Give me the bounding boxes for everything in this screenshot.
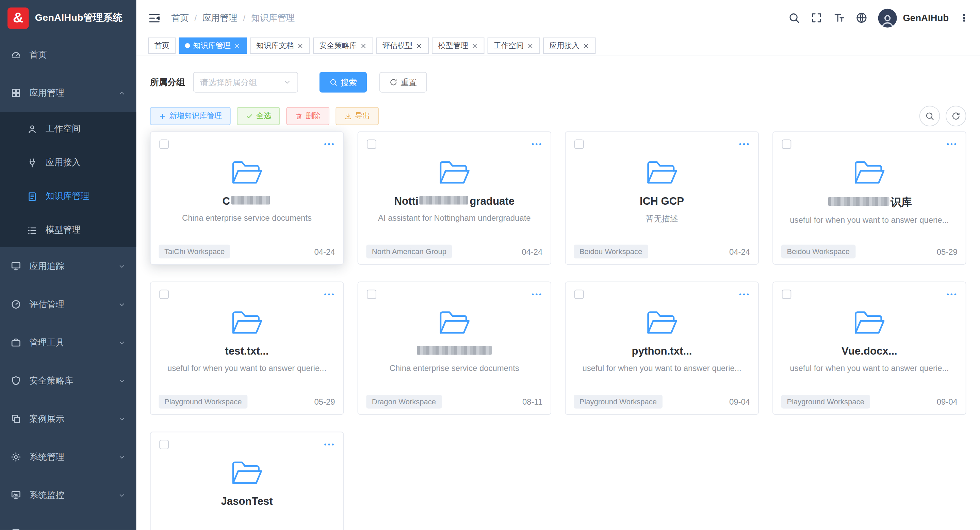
kb-card[interactable]: NottigraduateAI assistant for Nottingham… — [358, 131, 551, 265]
fullscreen-icon[interactable] — [811, 12, 822, 24]
sidebar-item-label: 案例展示 — [29, 413, 64, 425]
kebab-menu-icon[interactable] — [959, 13, 969, 23]
kb-card[interactable]: test.txt...useful for when you want to a… — [150, 282, 344, 415]
sidebar-item-system-monitor[interactable]: 系统监控 — [0, 476, 136, 514]
sidebar-item-system-management[interactable]: 系统管理 — [0, 438, 136, 476]
workspace-tag: Playground Workspace — [574, 395, 662, 409]
kb-card[interactable]: python.txt...useful for when you want to… — [565, 282, 759, 415]
sidebar-item-security-policy[interactable]: 安全策略库 — [0, 362, 136, 400]
breadcrumb-home[interactable]: 首页 — [171, 12, 189, 24]
card-more-icon[interactable] — [738, 141, 749, 147]
close-icon[interactable] — [297, 42, 304, 49]
breadcrumb-app-management[interactable]: 应用管理 — [202, 12, 237, 24]
reset-button[interactable]: 重置 — [379, 72, 427, 93]
card-more-icon[interactable] — [324, 441, 334, 447]
breadcrumb-separator: / — [194, 13, 197, 23]
sidebar-item-eval-management[interactable]: 评估管理 — [0, 286, 136, 324]
card-footer: Playground Workspace09-04 — [574, 395, 750, 409]
download-icon — [344, 112, 352, 120]
kb-card[interactable]: ICH GCP暂无描述Beidou Workspace04-24 — [565, 131, 759, 265]
select-all-button[interactable]: 全选 — [237, 107, 280, 125]
close-icon[interactable] — [471, 42, 478, 49]
kb-card[interactable]: Vue.docx...useful for when you want to a… — [772, 282, 966, 415]
close-icon[interactable] — [527, 42, 533, 49]
card-more-icon[interactable] — [946, 291, 957, 297]
card-checkbox[interactable] — [367, 289, 376, 299]
card-checkbox[interactable] — [782, 289, 791, 299]
tab-kb-docs[interactable]: 知识库文档 — [250, 37, 310, 54]
redacted-text — [417, 346, 492, 355]
tab-app-access[interactable]: 应用接入 — [543, 37, 595, 54]
header-actions: GenAIHub — [788, 8, 969, 27]
tab-model-management[interactable]: 模型管理 — [432, 37, 484, 54]
sidebar-item-home[interactable]: 首页 — [0, 36, 136, 74]
card-checkbox[interactable] — [367, 140, 376, 149]
header-search-icon[interactable] — [788, 12, 800, 24]
tab-label: 模型管理 — [438, 40, 468, 51]
card-date: 05-29 — [937, 247, 958, 257]
card-checkbox[interactable] — [782, 140, 791, 149]
card-head — [159, 440, 334, 449]
sidebar-item-app-management[interactable]: 应用管理 — [0, 74, 136, 112]
sidebar-item-kb-management[interactable]: 知识库管理 — [0, 179, 136, 213]
card-checkbox[interactable] — [574, 289, 584, 299]
card-checkbox[interactable] — [574, 140, 584, 149]
card-checkbox[interactable] — [159, 289, 169, 299]
sidebar-item-label: 首页 — [29, 49, 47, 60]
card-more-icon[interactable] — [324, 141, 334, 147]
card-more-icon[interactable] — [531, 291, 542, 297]
kb-card[interactable]: 识库useful for when you want to answer que… — [772, 131, 966, 265]
export-button[interactable]: 导出 — [336, 107, 379, 125]
kb-card[interactable]: China enterprise service documentsDragon… — [358, 282, 551, 415]
sidebar-item-app-tracking[interactable]: 应用追踪 — [0, 247, 136, 286]
tab-eval-model[interactable]: 评估模型 — [376, 37, 429, 54]
group-select[interactable]: 请选择所属分组 — [193, 72, 298, 93]
tab-security-policy[interactable]: 安全策略库 — [313, 37, 373, 54]
language-globe-icon[interactable] — [856, 12, 867, 24]
add-kb-button-label: 新增知识库管理 — [169, 111, 222, 121]
card-more-icon[interactable] — [531, 141, 542, 147]
tab-workspace[interactable]: 工作空间 — [488, 37, 540, 54]
card-more-icon[interactable] — [946, 141, 957, 147]
export-button-label: 导出 — [355, 111, 370, 121]
sidebar-item-label: 系统管理 — [29, 451, 64, 463]
sidebar-item-admin-tools[interactable]: 管理工具 — [0, 324, 136, 362]
tab-kb-management[interactable]: 知识库管理 — [179, 37, 247, 54]
reset-button-label: 重置 — [401, 77, 417, 88]
monitor-icon — [11, 261, 21, 271]
card-footer: Beidou Workspace04-24 — [574, 244, 750, 258]
sidebar-item-model-management[interactable]: 模型管理 — [0, 213, 136, 247]
brand[interactable]: & GenAIHub管理系统 — [0, 0, 136, 36]
delete-button[interactable]: 删除 — [286, 107, 329, 125]
kb-card[interactable]: JasonTest — [150, 431, 344, 530]
breadcrumb-separator: / — [243, 13, 245, 23]
sidebar-item-label: 应用追踪 — [29, 260, 64, 272]
card-more-icon[interactable] — [738, 291, 749, 297]
workspace-tag: Beidou Workspace — [574, 244, 648, 258]
sidebar-item-workspace[interactable]: 工作空间 — [0, 112, 136, 146]
tab-home[interactable]: 首页 — [148, 37, 176, 54]
card-checkbox[interactable] — [159, 440, 169, 449]
sidebar-item-partial-item[interactable] — [0, 514, 136, 530]
sidebar-item-app-access[interactable]: 应用接入 — [0, 146, 136, 179]
sidebar-item-case-showcase[interactable]: 案例展示 — [0, 400, 136, 438]
sidebar-collapse-icon[interactable] — [148, 11, 161, 24]
close-icon[interactable] — [582, 42, 589, 49]
font-size-icon[interactable] — [833, 12, 845, 24]
close-icon[interactable] — [360, 42, 367, 49]
add-kb-button[interactable]: 新增知识库管理 — [150, 107, 231, 125]
close-icon[interactable] — [234, 42, 240, 49]
card-date: 09-04 — [729, 397, 750, 406]
refresh-list-button[interactable] — [946, 105, 966, 126]
user-avatar[interactable] — [878, 8, 897, 27]
close-icon[interactable] — [415, 42, 422, 49]
card-checkbox[interactable] — [159, 140, 169, 149]
card-search-button[interactable] — [920, 105, 940, 126]
search-button[interactable]: 搜索 — [320, 72, 367, 93]
card-footer: Dragon Workspace08-11 — [366, 395, 542, 409]
workspace-tag: North American Group — [366, 244, 452, 258]
chevron-down-icon — [118, 301, 126, 308]
card-more-icon[interactable] — [324, 291, 334, 297]
kb-card[interactable]: CChina enterprise service documentsTaiCh… — [150, 131, 344, 265]
sidebar-item-label: 知识库管理 — [46, 191, 89, 202]
